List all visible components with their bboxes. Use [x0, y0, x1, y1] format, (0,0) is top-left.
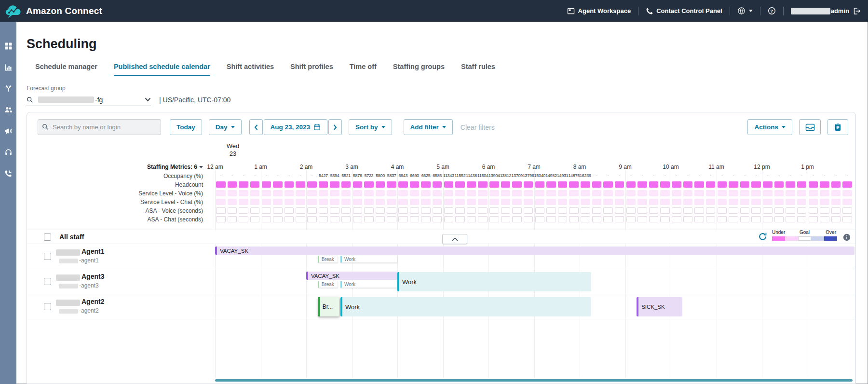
language-selector[interactable]: [737, 7, 753, 15]
legend-swatches: [772, 236, 837, 241]
add-filter-dropdown[interactable]: Add filter: [404, 119, 453, 135]
metric-cell: [660, 207, 670, 214]
occupancy-value: 13796: [523, 172, 534, 180]
date-picker-button[interactable]: Aug 23, 2023: [264, 119, 328, 135]
metric-cell: [307, 181, 317, 188]
headset-icon[interactable]: [4, 148, 13, 156]
metric-cell: [558, 181, 568, 188]
agent-workspace-link[interactable]: Agent Workspace: [567, 7, 631, 15]
help-button[interactable]: ?: [768, 7, 776, 15]
announcements-icon[interactable]: [4, 127, 13, 135]
metric-cell: [433, 199, 442, 205]
workspace-window-icon: [567, 7, 575, 15]
collapse-metrics-button[interactable]: [442, 234, 467, 244]
metric-cell: [718, 207, 727, 214]
activity-chip-break[interactable]: Break: [318, 281, 339, 288]
metric-cell: [239, 181, 248, 188]
forecast-group-select[interactable]: -fg: [27, 94, 151, 106]
metric-cell: [398, 190, 408, 196]
legend-swatch: [798, 236, 811, 241]
tab-time-off[interactable]: Time off: [350, 63, 377, 76]
agent-checkbox[interactable]: [44, 303, 51, 310]
routing-icon[interactable]: [4, 84, 13, 93]
schedule-bar-br[interactable]: Br...: [318, 297, 339, 316]
clear-filters-link[interactable]: Clear filters: [461, 123, 495, 131]
tab-shift-activities[interactable]: Shift activities: [227, 63, 274, 76]
metric-cell: [603, 181, 613, 188]
sort-by-dropdown[interactable]: Sort by: [349, 119, 392, 135]
metric-cell: [581, 199, 590, 205]
schedule-bar-sick-sk[interactable]: SICK_SK: [637, 297, 682, 316]
metric-cell: [330, 199, 339, 205]
metric-cell: [592, 207, 602, 214]
tab-shift-profiles[interactable]: Shift profiles: [290, 63, 333, 76]
metric-cell: [786, 207, 795, 214]
inbox-icon-button[interactable]: [799, 119, 821, 135]
tab-staff-rules[interactable]: Staff rules: [461, 63, 495, 76]
time-axis-label: 3 am: [345, 164, 358, 170]
activity-chip-work[interactable]: Work: [340, 256, 397, 263]
tab-staffing-groups[interactable]: Staffing groups: [393, 63, 445, 76]
agent-checkbox[interactable]: [44, 253, 51, 260]
metric-cell: [353, 199, 363, 205]
metric-cell: [763, 190, 773, 196]
calls-icon[interactable]: [4, 169, 13, 178]
metric-cell: [228, 190, 237, 196]
metric-cell: [694, 216, 704, 222]
metric-cell: [524, 199, 533, 205]
tab-schedule-manager[interactable]: Schedule manager: [35, 63, 97, 76]
metric-cell: [615, 181, 624, 188]
metric-cell: [683, 190, 693, 196]
metric-cell: [603, 207, 613, 214]
agent-workspace-label: Agent Workspace: [578, 7, 631, 14]
view-mode-dropdown[interactable]: Day: [209, 119, 242, 135]
metric-cell: [410, 199, 420, 205]
users-icon[interactable]: [4, 106, 13, 114]
metric-cell: [512, 190, 522, 196]
all-staff-checkbox[interactable]: [44, 233, 51, 241]
staffing-metrics-dropdown[interactable]: Staffing Metrics: 6: [27, 164, 203, 170]
occupancy-value: -: [671, 172, 682, 180]
metric-cell: [512, 181, 522, 188]
metric-cell: [387, 216, 396, 222]
previous-day-button[interactable]: [249, 119, 263, 135]
metric-cell: [387, 207, 396, 214]
tab-published-schedule-calendar[interactable]: Published schedule calendar: [114, 63, 210, 76]
metric-cell: [330, 207, 339, 214]
next-day-button[interactable]: [328, 119, 342, 135]
metric-cell: [398, 199, 408, 205]
schedule-bar-vacay-sk[interactable]: VACAY_SK: [306, 272, 397, 280]
metrics-icon[interactable]: [4, 63, 13, 71]
refresh-button[interactable]: [758, 232, 767, 241]
horizontal-scrollbar[interactable]: [215, 379, 853, 382]
metric-cell: [455, 207, 465, 214]
metric-cell: [774, 190, 784, 196]
metric-cell: [444, 207, 454, 214]
app-header: Amazon Connect Agent Workspace Contact C…: [0, 0, 868, 22]
metric-label-asa-voice-seconds: ASA - Voice (seconds): [27, 206, 203, 215]
schedule-bar-work[interactable]: Work: [340, 297, 591, 316]
activity-chip-break[interactable]: Break: [318, 256, 339, 263]
metric-cell: [296, 190, 305, 196]
dashboard-icon[interactable]: [4, 42, 13, 50]
metric-cell: [581, 190, 590, 196]
metric-cell: [569, 181, 579, 188]
time-axis-label: 7 am: [528, 164, 541, 170]
logout-icon[interactable]: [853, 7, 860, 15]
schedule-bar-work[interactable]: Work: [397, 272, 591, 291]
info-icon[interactable]: [843, 233, 851, 241]
user-menu[interactable]: admin: [791, 7, 860, 15]
metric-cell: [751, 190, 761, 196]
actions-dropdown[interactable]: Actions: [747, 119, 792, 135]
search-input[interactable]: [38, 119, 161, 135]
activity-chip-work[interactable]: Work: [340, 281, 397, 288]
schedule-bar-vacay-sk[interactable]: VACAY_SK: [215, 247, 854, 255]
contact-control-panel-link[interactable]: Contact Control Panel: [646, 7, 722, 14]
today-button[interactable]: Today: [170, 119, 202, 135]
staffing-metrics-label: Staffing Metrics: 6: [147, 164, 197, 170]
metric-cell: [649, 199, 659, 205]
agent-checkbox[interactable]: [44, 278, 51, 285]
metric-cell: [683, 207, 693, 214]
metric-cell: [239, 207, 248, 214]
clipboard-icon-button[interactable]: [827, 119, 848, 135]
